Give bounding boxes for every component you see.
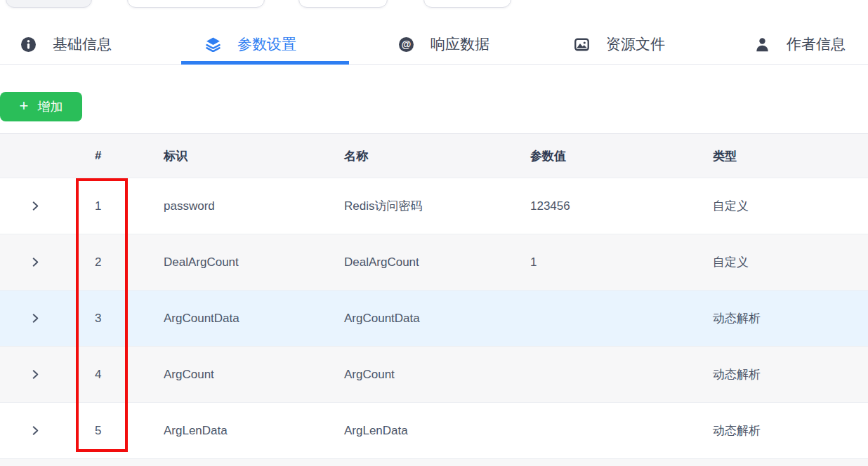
cell-type: 自定义 <box>713 254 868 270</box>
add-button-label: 增加 <box>37 98 63 115</box>
table-row: 5 ArgLenData ArgLenData 动态解析 <box>0 403 868 459</box>
cell-name: Redis访问密码 <box>344 198 530 214</box>
table-row: 4 ArgCount ArgCount 动态解析 <box>0 347 868 403</box>
cell-value: 1 <box>530 255 713 269</box>
expand-row-button[interactable] <box>27 254 44 271</box>
cell-index: 3 <box>70 312 164 326</box>
cell-index: 1 <box>70 199 164 213</box>
chevron-right-icon <box>30 201 41 211</box>
cell-name: ArgLenData <box>344 424 530 438</box>
header-type: 类型 <box>713 148 868 164</box>
layers-icon <box>206 37 221 52</box>
svg-text:@: @ <box>402 39 412 50</box>
cell-name: ArgCount <box>344 368 530 382</box>
collapsed-pill-tag[interactable] <box>423 0 511 8</box>
cell-value: 123456 <box>530 199 713 213</box>
chevron-right-icon <box>30 369 41 380</box>
header-index: # <box>70 149 164 163</box>
expand-row-button[interactable] <box>27 310 44 327</box>
chevron-right-icon <box>30 257 41 267</box>
tab-label: 作者信息 <box>787 34 846 54</box>
image-icon <box>574 37 589 52</box>
collapsed-pill-tag[interactable] <box>127 0 265 8</box>
tab-label: 资源文件 <box>606 34 665 54</box>
tab-label: 参数设置 <box>237 34 296 54</box>
next-row-partial <box>0 459 868 466</box>
expand-row-button[interactable] <box>27 366 44 383</box>
active-tab-underline <box>181 61 349 65</box>
parameter-table: # 标识 名称 参数值 类型 1 password Redis访问密码 1234… <box>0 133 868 466</box>
collapsed-pill-tag[interactable] <box>6 0 92 8</box>
cell-index: 5 <box>70 424 164 438</box>
header-name: 名称 <box>344 148 530 164</box>
table-row: 2 DealArgCount DealArgCount 1 自定义 <box>0 234 868 291</box>
cell-key: ArgLenData <box>164 424 344 438</box>
cell-type: 动态解析 <box>713 366 868 382</box>
tab-label: 响应数据 <box>430 34 489 54</box>
tab-resource-files[interactable]: 资源文件 <box>574 25 665 64</box>
cell-name: DealArgCount <box>344 255 530 269</box>
cell-key: password <box>164 199 344 213</box>
cell-key: DealArgCount <box>164 255 344 269</box>
tab-label: 基础信息 <box>53 34 112 54</box>
table-header-row: # 标识 名称 参数值 类型 <box>0 134 868 178</box>
plus-icon: + <box>20 98 29 114</box>
info-circle-icon <box>21 37 36 52</box>
tab-author-info[interactable]: 作者信息 <box>755 25 846 64</box>
tab-parameter-settings[interactable]: 参数设置 <box>206 25 296 64</box>
add-parameter-button[interactable]: + 增加 <box>0 92 82 121</box>
expand-row-button[interactable] <box>27 422 44 439</box>
cell-index: 4 <box>70 368 164 382</box>
cell-name: ArgCountData <box>344 312 530 326</box>
tab-response-data[interactable]: @ 响应数据 <box>399 25 489 64</box>
table-row: 1 password Redis访问密码 123456 自定义 <box>0 178 868 234</box>
at-circle-icon: @ <box>399 37 414 52</box>
cell-key: ArgCountData <box>164 312 344 326</box>
table-row-highlighted: 3 ArgCountData ArgCountData 动态解析 <box>0 291 868 347</box>
chevron-right-icon <box>30 313 41 324</box>
cell-type: 动态解析 <box>713 310 868 326</box>
expand-row-button[interactable] <box>27 198 44 215</box>
collapsed-pill-tag[interactable] <box>298 0 388 8</box>
cell-index: 2 <box>70 255 164 269</box>
cell-type: 自定义 <box>713 198 868 214</box>
chevron-right-icon <box>30 425 41 436</box>
cell-key: ArgCount <box>164 368 344 382</box>
header-key: 标识 <box>164 148 344 164</box>
tab-basic-info[interactable]: 基础信息 <box>21 25 112 64</box>
user-icon <box>755 37 770 52</box>
cell-type: 动态解析 <box>713 422 868 439</box>
tab-bar: 基础信息 参数设置 @ 响应数据 资源文件 作者信息 <box>0 25 868 65</box>
header-value: 参数值 <box>530 148 713 164</box>
